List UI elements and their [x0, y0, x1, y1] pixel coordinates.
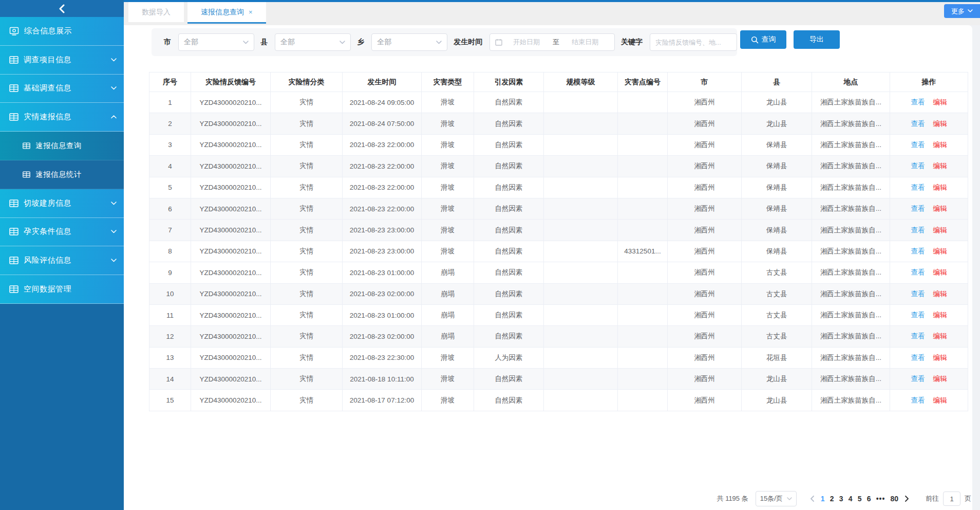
edit-link[interactable]: 编辑 [933, 162, 947, 170]
table-cell: 11 [149, 304, 191, 325]
edit-link[interactable]: 编辑 [933, 268, 947, 276]
city-select[interactable]: 全部 [178, 33, 254, 51]
edit-link[interactable]: 编辑 [933, 205, 947, 212]
edit-link[interactable]: 编辑 [933, 290, 947, 298]
town-select[interactable]: 全部 [371, 33, 447, 51]
table-cell-actions: 查看编辑 [890, 390, 968, 411]
sidebar-item-6[interactable]: 风险评估信息 [0, 246, 124, 275]
sidebar-collapse-button[interactable] [0, 0, 124, 17]
search-button[interactable]: 查询 [740, 30, 786, 49]
table-cell: 灾情 [271, 326, 343, 347]
edit-link[interactable]: 编辑 [933, 332, 947, 340]
table-cell: 自然因素 [474, 198, 544, 219]
view-link[interactable]: 查看 [911, 311, 925, 319]
main-area: 数据导入 速报信息查询 × 更多 市 全部 [124, 0, 980, 510]
sidebar-item-0[interactable]: 综合信息展示 [0, 17, 124, 46]
column-header: 序号 [149, 72, 191, 92]
keyword-filter-label: 关键字 [621, 38, 643, 47]
pagination-total: 共 1195 条 [717, 494, 748, 503]
close-icon[interactable]: × [249, 8, 253, 16]
prev-page-button[interactable] [807, 496, 818, 502]
table-cell: 湘西州 [668, 369, 742, 390]
view-link[interactable]: 查看 [911, 396, 925, 404]
view-link[interactable]: 查看 [911, 332, 925, 340]
sidebar-subitem-3-0[interactable]: 速报信息查询 [0, 132, 124, 160]
page-number-3[interactable]: 3 [837, 491, 846, 506]
sidebar-item-2[interactable]: 基础调查信息 [0, 75, 124, 103]
edit-link[interactable]: 编辑 [933, 311, 947, 319]
table-cell [544, 156, 618, 177]
edit-link[interactable]: 编辑 [933, 120, 947, 128]
view-link[interactable]: 查看 [911, 120, 925, 128]
view-link[interactable]: 查看 [911, 247, 925, 255]
export-button[interactable]: 导出 [794, 30, 840, 49]
edit-link[interactable]: 编辑 [933, 396, 947, 404]
table-cell: 保靖县 [742, 156, 812, 177]
table-cell: YZD43000020210... [191, 177, 271, 198]
edit-link[interactable]: 编辑 [933, 184, 947, 191]
edit-link[interactable]: 编辑 [933, 226, 947, 234]
table-cell: 2021-08-23 22:30:00 [343, 347, 422, 368]
sidebar-subitem-3-1[interactable]: 速报信息统计 [0, 160, 124, 189]
table-cell: 灾情 [271, 134, 343, 155]
table-cell: YZD43000020210... [191, 92, 271, 113]
tab-report-query[interactable]: 速报信息查询 × [187, 2, 266, 24]
table-cell: 古丈县 [742, 304, 812, 325]
view-link[interactable]: 查看 [911, 226, 925, 234]
table-cell-actions: 查看编辑 [890, 220, 968, 241]
goto-page-suffix: 页 [965, 494, 971, 503]
table-cell: 灾情 [271, 369, 343, 390]
edit-link[interactable]: 编辑 [933, 141, 947, 149]
view-link[interactable]: 查看 [911, 375, 925, 383]
column-header: 引发因素 [474, 72, 544, 92]
view-link[interactable]: 查看 [911, 184, 925, 191]
table-cell-actions: 查看编辑 [890, 304, 968, 325]
table-cell: 湘西土家族苗族自... [812, 369, 890, 390]
county-select[interactable]: 全部 [275, 33, 351, 51]
table-cell: 保靖县 [742, 241, 812, 262]
page-number-1[interactable]: 1 [818, 491, 827, 506]
edit-link[interactable]: 编辑 [933, 354, 947, 361]
keyword-input[interactable] [650, 33, 737, 51]
edit-link[interactable]: 编辑 [933, 247, 947, 255]
sidebar-item-4[interactable]: 切坡建房信息 [0, 189, 124, 218]
date-range-picker[interactable]: 开始日期 至 结束日期 [489, 33, 615, 51]
table-cell-actions: 查看编辑 [890, 134, 968, 155]
goto-page-input[interactable] [943, 491, 960, 506]
chevron-down-icon [787, 497, 792, 501]
sidebar-item-7[interactable]: 空间数据管理 [0, 275, 124, 304]
next-page-button[interactable] [901, 496, 912, 502]
table-cell: 自然因素 [474, 134, 544, 155]
table-cell: 湘西土家族苗族自... [812, 156, 890, 177]
edit-link[interactable]: 编辑 [933, 98, 947, 106]
page-number-5[interactable]: 5 [855, 491, 864, 506]
view-link[interactable]: 查看 [911, 162, 925, 170]
table-icon [9, 285, 18, 293]
view-link[interactable]: 查看 [911, 141, 925, 149]
view-link[interactable]: 查看 [911, 268, 925, 276]
column-header: 灾险情反馈编号 [191, 72, 271, 92]
page-number-80[interactable]: 80 [888, 491, 901, 506]
view-link[interactable]: 查看 [911, 354, 925, 361]
more-button[interactable]: 更多 [944, 4, 980, 18]
table-cell: 滑坡 [422, 347, 474, 368]
table-cell: 滑坡 [422, 241, 474, 262]
sidebar-item-3[interactable]: 灾情速报信息 [0, 103, 124, 132]
view-link[interactable]: 查看 [911, 290, 925, 298]
view-link[interactable]: 查看 [911, 98, 925, 106]
page-number-4[interactable]: 4 [846, 491, 855, 506]
table-cell [544, 283, 618, 304]
table-cell: 15 [149, 390, 191, 411]
view-link[interactable]: 查看 [911, 205, 925, 212]
page-number-2[interactable]: 2 [827, 491, 837, 506]
sidebar-item-5[interactable]: 孕灾条件信息 [0, 218, 124, 247]
column-header: 市 [668, 72, 742, 92]
edit-link[interactable]: 编辑 [933, 375, 947, 383]
table-cell: 滑坡 [422, 198, 474, 219]
content-card: 市 全部 县 全部 乡 [124, 25, 972, 510]
page-size-select[interactable]: 15条/页 [756, 491, 797, 506]
sidebar-item-1[interactable]: 调查项目信息 [0, 46, 124, 75]
page-number-6[interactable]: 6 [864, 491, 874, 506]
table-cell: YZD43000020210... [191, 156, 271, 177]
tab-data-import[interactable]: 数据导入 [128, 2, 184, 22]
